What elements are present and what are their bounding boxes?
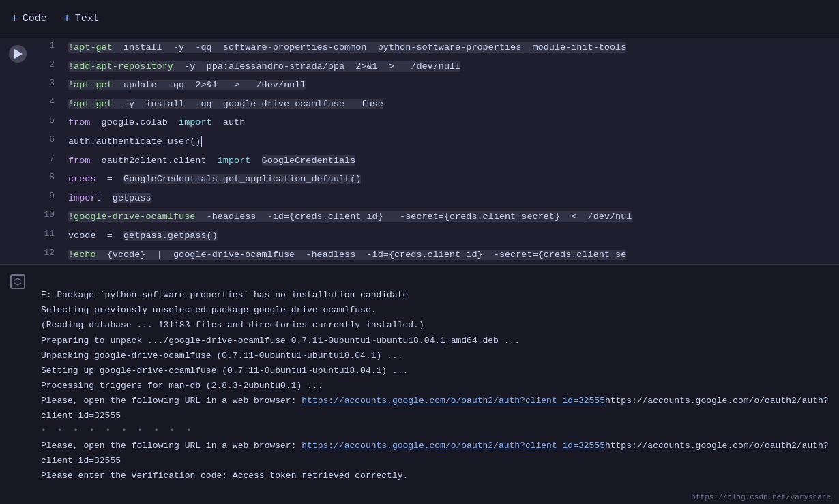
code-editor[interactable]: 1 !apt-get install -y -qq software-prope… bbox=[35, 38, 839, 264]
footer-url: https://blog.csdn.net/varyshare bbox=[691, 493, 831, 501]
table-row: 10 !google-drive-ocamlfuse -headless -id… bbox=[35, 207, 839, 226]
add-text-button[interactable]: + Text bbox=[63, 12, 100, 26]
text-label: Text bbox=[75, 13, 100, 25]
table-row: 12 !echo {vcode} | google-drive-ocamlfus… bbox=[35, 246, 839, 265]
plus-icon: + bbox=[11, 12, 18, 26]
plus-icon-text: + bbox=[63, 12, 71, 26]
run-button-area bbox=[0, 38, 35, 264]
loading-dots: • • • • • • • • • • bbox=[41, 426, 194, 436]
toolbar: + Code + Text bbox=[0, 0, 839, 38]
auth-link-1[interactable]: https://accounts.google.com/o/oauth2/aut… bbox=[301, 396, 605, 406]
output-expand-icon[interactable] bbox=[10, 274, 25, 289]
add-code-button[interactable]: + Code bbox=[11, 12, 47, 26]
output-line-1: E: Package `python-software-properties` … bbox=[41, 290, 829, 481]
play-icon bbox=[14, 49, 23, 59]
auth-link-2[interactable]: https://accounts.google.com/o/oauth2/aut… bbox=[301, 441, 605, 451]
table-row: 2 !add-apt-repository -y ppa:alessandro-… bbox=[35, 57, 839, 76]
run-button[interactable] bbox=[9, 45, 27, 63]
table-row: 7 from oauth2client.client import Google… bbox=[35, 151, 839, 171]
output-text: E: Package `python-software-properties` … bbox=[35, 265, 839, 504]
output-icon-col bbox=[0, 265, 35, 504]
table-row: 1 !apt-get install -y -qq software-prope… bbox=[35, 38, 839, 57]
code-cell: 1 !apt-get install -y -qq software-prope… bbox=[0, 38, 839, 265]
output-area: E: Package `python-software-properties` … bbox=[0, 265, 839, 504]
code-lines: 1 !apt-get install -y -qq software-prope… bbox=[35, 38, 839, 264]
table-row: 3 !apt-get update -qq 2>&1 > /dev/null bbox=[35, 76, 839, 95]
table-row: 6 auth.authenticate_user() bbox=[35, 132, 839, 151]
table-row: 4 !apt-get -y install -qq google-drive-o… bbox=[35, 95, 839, 114]
code-label: Code bbox=[23, 13, 47, 25]
table-row: 5 from google.colab import auth bbox=[35, 113, 839, 132]
table-row: 11 vcode = getpass.getpass() bbox=[35, 226, 839, 246]
table-row: 8 creds = GoogleCredentials.get_applicat… bbox=[35, 170, 839, 189]
table-row: 9 import getpass bbox=[35, 189, 839, 208]
main-container: 1 !apt-get install -y -qq software-prope… bbox=[0, 38, 839, 504]
